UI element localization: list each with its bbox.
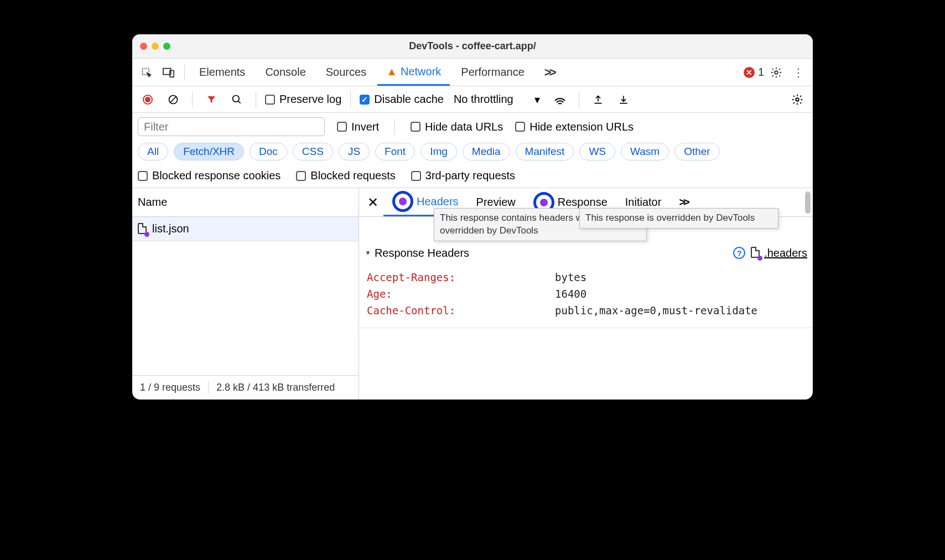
- disclosure-triangle-icon: ▼: [365, 249, 371, 257]
- response-headers-section: ▼ Response Headers ? .headers Accept-Ran…: [359, 240, 813, 328]
- chip-wasm[interactable]: Wasm: [621, 143, 669, 160]
- scrollbar-thumb[interactable]: [805, 191, 811, 214]
- header-row: Cache-Control:public,max-age=0,must-reva…: [367, 302, 813, 319]
- chip-other[interactable]: Other: [674, 143, 720, 160]
- third-party-checkbox[interactable]: 3rd-party requests: [411, 169, 515, 182]
- chip-all[interactable]: All: [138, 143, 168, 160]
- titlebar: DevTools - coffee-cart.app/: [132, 34, 813, 59]
- chip-manifest[interactable]: Manifest: [516, 143, 574, 160]
- error-icon: ✕: [744, 67, 755, 78]
- tab-elements[interactable]: Elements: [190, 59, 254, 86]
- request-row[interactable]: list.json: [132, 217, 359, 241]
- svg-point-3: [775, 71, 778, 74]
- chip-ws[interactable]: WS: [579, 143, 615, 160]
- section-header[interactable]: ▼ Response Headers ? .headers: [359, 240, 813, 266]
- detail-pane: ✕ Headers Preview Response Initiator >> …: [359, 188, 813, 400]
- type-filter-chips: All Fetch/XHR Doc CSS JS Font Img Media …: [132, 141, 813, 166]
- chip-doc[interactable]: Doc: [250, 143, 287, 160]
- svg-point-6: [233, 95, 240, 102]
- filter-funnel-icon[interactable]: [201, 90, 221, 110]
- blocked-requests-checkbox[interactable]: Blocked requests: [296, 169, 395, 182]
- main-split: Name list.json 1 / 9 requests 2.8 kB / 4…: [132, 188, 813, 400]
- transfer-size: 2.8 kB / 413 kB transferred: [209, 382, 342, 393]
- warning-icon: ▲: [386, 65, 397, 78]
- clear-button[interactable]: [163, 90, 183, 110]
- requests-pane: Name list.json 1 / 9 requests 2.8 kB / 4…: [132, 188, 359, 400]
- header-row: Accept-Ranges:bytes: [367, 269, 813, 286]
- error-count[interactable]: ✕ 1: [744, 66, 764, 79]
- file-icon: [751, 247, 761, 259]
- override-badge-icon: [392, 191, 413, 212]
- requests-column-header[interactable]: Name: [132, 188, 359, 217]
- hide-data-urls-checkbox[interactable]: Hide data URLs: [411, 121, 503, 133]
- tab-network[interactable]: ▲Network: [377, 59, 450, 86]
- tab-performance[interactable]: Performance: [452, 59, 533, 86]
- tooltip-response-override: This response is overridden by DevTools: [579, 208, 778, 229]
- search-icon[interactable]: [227, 90, 247, 110]
- invert-checkbox[interactable]: Invert: [337, 121, 379, 133]
- chip-css[interactable]: CSS: [293, 143, 333, 160]
- main-toolbar: Elements Console Sources ▲Network Perfor…: [132, 59, 813, 86]
- headers-list: Accept-Ranges:bytes Age:16400 Cache-Cont…: [359, 266, 813, 328]
- window-title: DevTools - coffee-cart.app/: [132, 40, 813, 52]
- inspect-element-icon[interactable]: [137, 63, 157, 82]
- filter-row: Invert Hide data URLs Hide extension URL…: [132, 113, 813, 141]
- tab-console[interactable]: Console: [256, 59, 314, 86]
- filter-input[interactable]: [138, 117, 325, 136]
- settings-gear-icon[interactable]: [766, 63, 786, 82]
- throttling-select[interactable]: No throttling▾: [449, 93, 544, 106]
- header-row: Age:16400: [367, 286, 813, 302]
- devtools-window: DevTools - coffee-cart.app/ Elements Con…: [132, 34, 813, 400]
- svg-point-8: [796, 98, 799, 101]
- kebab-menu-icon[interactable]: ⋮: [788, 63, 808, 82]
- more-tabs-icon[interactable]: >>: [536, 59, 563, 86]
- network-settings-gear-icon[interactable]: [787, 90, 807, 110]
- chip-js[interactable]: JS: [339, 143, 370, 160]
- disable-cache-checkbox[interactable]: ✓Disable cache: [360, 93, 444, 106]
- chip-font[interactable]: Font: [375, 143, 415, 160]
- svg-line-7: [238, 101, 241, 103]
- network-toolbar: Preserve log ✓Disable cache No throttlin…: [132, 86, 813, 113]
- blocked-cookies-checkbox[interactable]: Blocked response cookies: [138, 169, 281, 182]
- status-bar: 1 / 9 requests 2.8 kB / 413 kB transferr…: [132, 375, 359, 400]
- svg-line-5: [170, 97, 176, 102]
- hide-extension-urls-checkbox[interactable]: Hide extension URLs: [515, 121, 634, 133]
- chip-fetch-xhr[interactable]: Fetch/XHR: [174, 143, 244, 160]
- download-har-icon[interactable]: [614, 90, 634, 110]
- request-name: list.json: [152, 222, 189, 235]
- file-icon: [138, 223, 148, 235]
- help-icon[interactable]: ?: [733, 247, 745, 259]
- network-conditions-icon[interactable]: [550, 90, 570, 110]
- override-indicator-icon: [144, 232, 149, 237]
- chip-media[interactable]: Media: [463, 143, 510, 160]
- upload-har-icon[interactable]: [588, 90, 608, 110]
- chip-img[interactable]: Img: [420, 143, 457, 160]
- tab-sources[interactable]: Sources: [317, 59, 375, 86]
- device-toggle-icon[interactable]: [159, 63, 179, 82]
- record-button[interactable]: [138, 90, 158, 110]
- close-detail-button[interactable]: ✕: [362, 192, 383, 213]
- detail-tabs: ✕ Headers Preview Response Initiator >> …: [359, 188, 813, 217]
- request-count: 1 / 9 requests: [132, 382, 209, 393]
- extra-filters-row: Blocked response cookies Blocked request…: [132, 166, 813, 188]
- headers-file-link[interactable]: .headers: [751, 247, 807, 260]
- preserve-log-checkbox[interactable]: Preserve log: [265, 93, 341, 106]
